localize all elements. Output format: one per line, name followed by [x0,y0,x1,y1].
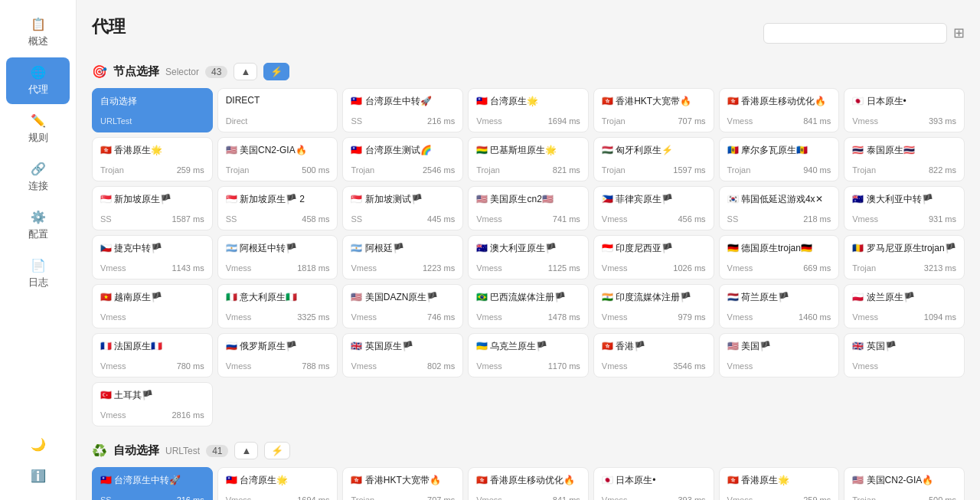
card-name: 🇺🇸 美国🏴 [727,340,831,353]
card-sub: SS [100,495,112,500]
proxy-card[interactable]: 🇦🇷 阿根廷🏴 Vmess 1223 ms [342,235,463,279]
proxy-card[interactable]: 🇫🇷 法国原生🇫🇷 Vmess 780 ms [92,333,213,377]
proxy-card[interactable]: 🇹🇼 台湾原生中转🚀 SS 216 ms [92,467,213,500]
card-latency: 456 ms [678,214,705,224]
proxy-card[interactable]: 🇺🇸 美国CN2-GIA🔥 Trojan 500 ms [217,137,338,181]
sidebar-item-connections[interactable]: 🔗 连接 [6,154,70,201]
proxy-card[interactable]: 🇦🇷 阿根廷中转🏴 Vmess 1818 ms [217,235,338,279]
card-sub: Trojan [852,263,876,273]
proxy-card[interactable]: 🇵🇭 菲律宾原生🏴 Vmess 456 ms [593,186,714,230]
proxy-card[interactable]: 🇹🇼 台湾原生测试🌈 Trojan 2546 ms [342,137,463,181]
proxy-card[interactable]: 🇹🇼 台湾原生🌟 Vmess 1694 ms [217,467,338,500]
card-sub: Trojan [727,165,751,175]
card-sub: Vmess [852,312,878,322]
proxy-card[interactable]: 🇧🇴 巴基斯坦原生🌟 Trojan 821 ms [468,137,589,181]
proxy-card[interactable]: 🇹🇷 土耳其🏴 Vmess 2816 ms [92,382,213,426]
section2-refresh-btn[interactable]: ⚡ [264,442,290,459]
proxy-card[interactable]: 🇸🇬 新加坡原生🏴 2 SS 458 ms [217,186,338,230]
sidebar-item-proxy[interactable]: 🌐 代理 [6,57,70,104]
sidebar-item-overview[interactable]: 📋 概述 [6,9,70,56]
proxy-card[interactable]: 🇺🇦 乌克兰原生🏴 Vmess 1170 ms [468,333,589,377]
card-name: 🇺🇸 美国DAZN原生🏴 [351,291,455,304]
proxy-card[interactable]: 🇺🇸 美国🏴 Vmess [719,333,840,377]
proxy-card[interactable]: 🇭🇰 香港🏴 Vmess 3546 ms [593,333,714,377]
section1-grid: 自动选择 URLTest DIRECT Direct 🇹🇼 台湾原生中转🚀 SS… [92,88,965,426]
proxy-card[interactable]: 🇨🇿 捷克中转🏴 Vmess 1143 ms [92,235,213,279]
proxy-card[interactable]: 🇹🇭 泰国原生🇹🇭 Trojan 822 ms [844,137,965,181]
section1-collapse-btn[interactable]: ▲ [234,63,257,80]
section2-collapse-btn[interactable]: ▲ [234,442,258,459]
sidebar-item-logs[interactable]: 📄 日志 [6,250,70,297]
card-sub: SS [100,214,112,224]
card-latency: 979 ms [678,312,705,322]
proxy-card[interactable]: 🇬🇧 英国🏴 Vmess [844,333,965,377]
card-name: 🇮🇩 印度尼西亚🏴 [602,242,706,255]
card-sub: SS [226,214,237,224]
proxy-card[interactable]: 🇷🇴 罗马尼亚原生trojan🏴 Trojan 3213 ms [844,235,965,279]
proxy-card[interactable]: 🇭🇰 香港原生🌟 Vmess 259 ms [719,467,840,500]
proxy-card[interactable]: 🇹🇼 台湾原生中转🚀 SS 216 ms [342,88,463,132]
proxy-card[interactable]: 🇻🇳 越南原生🏴 Vmess [92,284,213,328]
proxy-card[interactable]: DIRECT Direct [217,88,338,132]
card-latency: 1460 ms [799,312,831,322]
sidebar-item-info[interactable]: ℹ️ [6,461,70,491]
card-name: 🇭🇰 香港🏴 [602,340,706,353]
proxy-card[interactable]: 自动选择 URLTest [92,88,213,132]
card-name: 🇷🇴 罗马尼亚原生trojan🏴 [852,242,956,255]
proxy-card[interactable]: 🇩🇪 德国原生trojan🇩🇪 Vmess 669 ms [719,235,840,279]
card-sub: Trojan [351,165,374,175]
proxy-card[interactable]: 🇭🇰 香港原生🌟 Trojan 259 ms [92,137,213,181]
filter-icon[interactable]: ⊞ [953,25,965,41]
proxy-card[interactable]: 🇧🇷 巴西流媒体注册🏴 Vmess 1478 ms [468,284,589,328]
card-latency: 802 ms [427,361,455,371]
proxy-card[interactable]: 🇯🇵 日本原生• Vmess 393 ms [844,88,965,132]
card-latency: 3546 ms [673,361,705,371]
proxy-card[interactable]: 🇺🇸 美国CN2-GIA🔥 Trojan 500 ms [844,467,965,500]
card-sub: Vmess [351,361,377,371]
card-latency: 746 ms [427,312,455,322]
card-name: 🇭🇰 香港原生🌟 [100,144,204,157]
proxy-card[interactable]: 🇺🇸 美国DAZN原生🏴 Vmess 746 ms [342,284,463,328]
card-sub: Vmess [100,312,126,322]
card-sub: Vmess [602,361,628,371]
proxy-card[interactable]: 🇸🇬 新加坡原生🏴 SS 1587 ms [92,186,213,230]
card-latency: 216 ms [427,116,455,126]
card-name: 🇸🇬 新加坡原生🏴 2 [226,193,330,206]
card-sub: Vmess [727,116,753,126]
section2-grid: 🇹🇼 台湾原生中转🚀 SS 216 ms 🇹🇼 台湾原生🌟 Vmess 1694… [92,467,965,500]
card-sub: Trojan [476,165,500,175]
proxy-card[interactable]: 🇺🇸 美国原生cn2🇺🇸 Vmess 741 ms [468,186,589,230]
proxy-card[interactable]: 🇲🇩 摩尔多瓦原生🇲🇩 Trojan 940 ms [719,137,840,181]
section1-refresh-btn[interactable]: ⚡ [263,63,289,80]
card-sub: Vmess [476,263,502,273]
sidebar-item-config[interactable]: ⚙️ 配置 [6,202,70,249]
proxy-card[interactable]: 🇹🇼 台湾原生🌟 Vmess 1694 ms [468,88,589,132]
proxy-card[interactable]: 🇯🇵 日本原生• Vmess 393 ms [593,467,714,500]
proxy-card[interactable]: 🇬🇧 英国原生🏴 Vmess 802 ms [342,333,463,377]
card-name: 🇧🇴 巴基斯坦原生🌟 [476,144,580,157]
sidebar-item-rules[interactable]: ✏️ 规则 [6,106,70,152]
sidebar-item-label: 连接 [28,179,48,193]
card-name: 🇨🇿 捷克中转🏴 [100,242,204,255]
proxy-card[interactable]: 🇮🇳 印度流媒体注册🏴 Vmess 979 ms [593,284,714,328]
proxy-card[interactable]: 🇭🇰 香港HKT大宽带🔥 Trojan 707 ms [593,88,714,132]
proxy-card[interactable]: 🇭🇺 匈牙利原生⚡ Trojan 1597 ms [593,137,714,181]
proxy-card[interactable]: 🇸🇬 新加坡测试🏴 SS 445 ms [342,186,463,230]
sidebar-item-theme[interactable]: 🌙 [6,430,70,459]
proxy-card[interactable]: 🇰🇷 韩国低延迟游戏4x✕ SS 218 ms [719,186,840,230]
proxy-card[interactable]: 🇦🇺 澳大利亚中转🏴 Vmess 931 ms [844,186,965,230]
proxy-card[interactable]: 🇵🇱 波兰原生🏴 Vmess 1094 ms [844,284,965,328]
proxy-card[interactable]: 🇭🇰 香港HKT大宽带🔥 Trojan 707 ms [342,467,463,500]
proxy-card[interactable]: 🇮🇹 意大利原生🇮🇹 Vmess 3325 ms [217,284,338,328]
proxy-card[interactable]: 🇭🇰 香港原生移动优化🔥 Vmess 841 ms [468,467,589,500]
overview-icon: 📋 [31,17,46,31]
rules-icon: ✏️ [31,113,46,128]
proxy-card[interactable]: 🇦🇺 澳大利亚原生🏴 Vmess 1125 ms [468,235,589,279]
proxy-card[interactable]: 🇳🇱 荷兰原生🏴 Vmess 1460 ms [719,284,840,328]
proxy-card[interactable]: 🇭🇰 香港原生移动优化🔥 Vmess 841 ms [719,88,840,132]
card-latency: 1478 ms [548,312,580,322]
search-input[interactable] [763,23,947,44]
proxy-card[interactable]: 🇮🇩 印度尼西亚🏴 Vmess 1026 ms [593,235,714,279]
proxy-card[interactable]: 🇷🇺 俄罗斯原生🏴 Vmess 788 ms [217,333,338,377]
sidebar-item-label: 代理 [28,83,48,96]
